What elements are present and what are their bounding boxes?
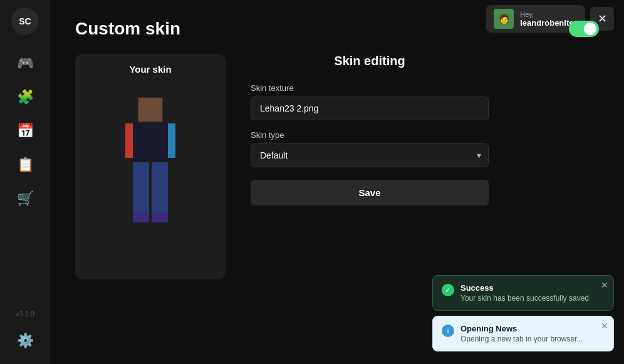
skin-type-select-wrap: Default Slim ▾ <box>251 143 489 167</box>
app-version: v3.2.0 <box>16 310 34 323</box>
texture-input[interactable] <box>251 96 489 120</box>
skin-card-title: Your skin <box>129 64 171 75</box>
panel-title: Skin editing <box>251 54 489 68</box>
sidebar-item-cart[interactable]: 🛒 <box>9 183 41 214</box>
skin-preview-card: Your skin <box>75 54 226 279</box>
app-logo[interactable]: SC <box>11 8 39 35</box>
info-icon: i <box>442 325 454 337</box>
char-leg-left <box>133 162 149 212</box>
notif-success-close[interactable]: ✕ <box>601 281 608 289</box>
char-foot-right <box>152 212 168 222</box>
notification-info: i Opening News Opening a new tab in your… <box>432 316 614 351</box>
skin-edit-panel: Skin editing Skin texture Skin type Defa… <box>251 54 489 205</box>
char-arm-right <box>168 123 175 158</box>
char-body <box>133 123 168 161</box>
skin-type-select[interactable]: Default Slim <box>251 143 489 167</box>
notif-success-body: Your skin has been successfully saved <box>460 294 589 303</box>
custom-skin-toggle[interactable] <box>569 21 599 37</box>
skin-preview <box>100 85 200 260</box>
char-leg-right <box>152 162 168 212</box>
char-head <box>138 97 163 122</box>
notif-info-content: Opening News Opening a new tab in your b… <box>460 324 583 343</box>
save-button[interactable]: Save <box>251 180 489 205</box>
sidebar-item-gamepad[interactable]: 🎮 <box>9 48 41 79</box>
notif-info-title: Opening News <box>460 324 583 333</box>
page-title: Custom skin <box>75 19 180 39</box>
sidebar-item-puzzle[interactable]: 🧩 <box>9 81 41 113</box>
texture-label: Skin texture <box>251 83 489 93</box>
notif-success-title: Success <box>460 283 589 293</box>
notif-info-close[interactable]: ✕ <box>601 321 608 330</box>
minecraft-character <box>125 97 175 247</box>
toggle-wrap <box>569 21 599 37</box>
notif-success-content: Success Your skin has been successfully … <box>460 283 589 303</box>
notifications-container: ✓ Success Your skin has been successfull… <box>432 275 614 351</box>
success-icon: ✓ <box>442 284 454 296</box>
skin-type-label: Skin type <box>251 130 489 140</box>
sidebar: SC 🎮 🧩 📅 📋 🛒 v3.2.0 ⚙️ <box>0 0 50 364</box>
notification-success: ✓ Success Your skin has been successfull… <box>432 275 614 311</box>
sidebar-item-settings[interactable]: ⚙️ <box>9 325 41 356</box>
page-title-row: Custom skin <box>75 19 599 39</box>
char-foot-left <box>133 212 149 222</box>
char-arm-left <box>125 123 133 158</box>
sidebar-item-calendar[interactable]: 📅 <box>9 115 41 147</box>
sidebar-item-list[interactable]: 📋 <box>9 149 41 180</box>
notif-info-body: Opening a new tab in your browser... <box>460 335 583 343</box>
content-row: Your skin Skin editing <box>75 54 599 279</box>
